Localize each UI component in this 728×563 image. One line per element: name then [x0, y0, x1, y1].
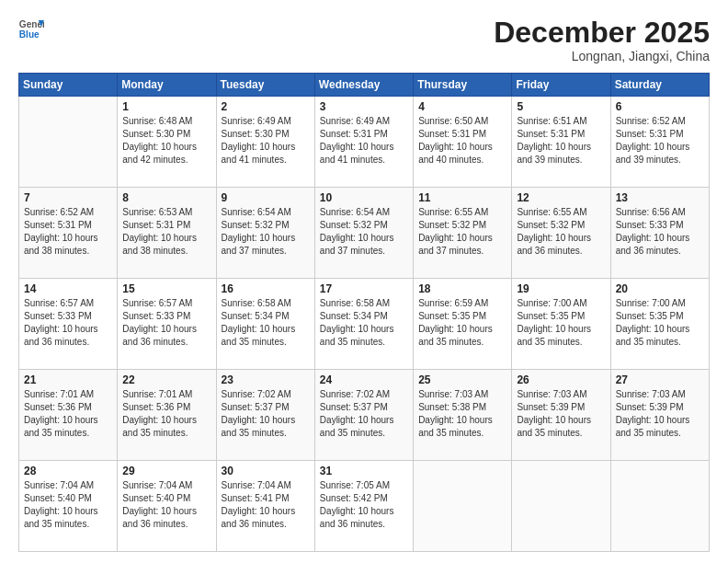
calendar-cell: 2Sunrise: 6:49 AM Sunset: 5:30 PM Daylig… [216, 97, 314, 188]
calendar-cell: 4Sunrise: 6:50 AM Sunset: 5:31 PM Daylig… [414, 97, 512, 188]
day-number: 27 [616, 373, 704, 386]
calendar-cell: 8Sunrise: 6:53 AM Sunset: 5:31 PM Daylig… [118, 188, 216, 279]
svg-text:Blue: Blue [19, 29, 40, 40]
page: General Blue December 2025 Longnan, Jian… [0, 0, 728, 563]
calendar-cell: 18Sunrise: 6:59 AM Sunset: 5:35 PM Dayli… [414, 279, 512, 370]
day-info: Sunrise: 6:49 AM Sunset: 5:30 PM Dayligh… [222, 115, 310, 167]
calendar-cell: 14Sunrise: 6:57 AM Sunset: 5:33 PM Dayli… [19, 279, 118, 370]
day-number: 23 [222, 373, 310, 386]
calendar-cell [512, 461, 610, 552]
day-info: Sunrise: 7:02 AM Sunset: 5:37 PM Dayligh… [222, 388, 310, 440]
weekday-header-sunday: Sunday [19, 74, 118, 97]
calendar-cell: 20Sunrise: 7:00 AM Sunset: 5:35 PM Dayli… [610, 279, 709, 370]
day-number: 8 [122, 191, 210, 204]
day-info: Sunrise: 7:05 AM Sunset: 5:42 PM Dayligh… [320, 479, 408, 531]
day-info: Sunrise: 7:01 AM Sunset: 5:36 PM Dayligh… [24, 388, 112, 440]
day-number: 30 [222, 465, 310, 477]
day-info: Sunrise: 6:49 AM Sunset: 5:31 PM Dayligh… [320, 115, 408, 167]
day-number: 7 [24, 191, 112, 204]
calendar-cell: 12Sunrise: 6:55 AM Sunset: 5:32 PM Dayli… [512, 188, 610, 279]
day-number: 4 [418, 100, 506, 113]
day-info: Sunrise: 7:03 AM Sunset: 5:39 PM Dayligh… [517, 388, 605, 440]
day-info: Sunrise: 6:55 AM Sunset: 5:32 PM Dayligh… [418, 206, 506, 258]
calendar-table: SundayMondayTuesdayWednesdayThursdayFrid… [18, 73, 710, 552]
day-number: 29 [122, 465, 210, 477]
week-row-1: 1Sunrise: 6:48 AM Sunset: 5:30 PM Daylig… [19, 97, 710, 188]
day-number: 20 [616, 282, 704, 295]
calendar-cell: 6Sunrise: 6:52 AM Sunset: 5:31 PM Daylig… [610, 97, 709, 188]
calendar-cell [414, 461, 512, 552]
day-number: 2 [222, 100, 310, 113]
title-block: December 2025 Longnan, Jiangxi, China [494, 17, 710, 63]
weekday-header-wednesday: Wednesday [314, 74, 413, 97]
day-info: Sunrise: 6:56 AM Sunset: 5:33 PM Dayligh… [616, 206, 704, 258]
calendar-cell [19, 97, 118, 188]
day-number: 5 [517, 100, 605, 113]
calendar-cell: 27Sunrise: 7:03 AM Sunset: 5:39 PM Dayli… [610, 370, 709, 461]
calendar-cell [610, 461, 709, 552]
day-info: Sunrise: 6:52 AM Sunset: 5:31 PM Dayligh… [616, 115, 704, 167]
day-number: 3 [320, 100, 408, 113]
calendar-cell: 22Sunrise: 7:01 AM Sunset: 5:36 PM Dayli… [118, 370, 216, 461]
day-number: 15 [122, 282, 210, 295]
weekday-header-monday: Monday [118, 74, 216, 97]
day-info: Sunrise: 6:48 AM Sunset: 5:30 PM Dayligh… [122, 115, 210, 167]
calendar-cell: 24Sunrise: 7:02 AM Sunset: 5:37 PM Dayli… [314, 370, 413, 461]
day-info: Sunrise: 6:57 AM Sunset: 5:33 PM Dayligh… [122, 297, 210, 349]
calendar-cell: 31Sunrise: 7:05 AM Sunset: 5:42 PM Dayli… [314, 461, 413, 552]
day-info: Sunrise: 6:53 AM Sunset: 5:31 PM Dayligh… [122, 206, 210, 258]
day-info: Sunrise: 6:54 AM Sunset: 5:32 PM Dayligh… [222, 206, 310, 258]
calendar-cell: 1Sunrise: 6:48 AM Sunset: 5:30 PM Daylig… [118, 97, 216, 188]
day-info: Sunrise: 6:55 AM Sunset: 5:32 PM Dayligh… [517, 206, 605, 258]
weekday-header-tuesday: Tuesday [216, 74, 314, 97]
day-info: Sunrise: 6:51 AM Sunset: 5:31 PM Dayligh… [517, 115, 605, 167]
day-info: Sunrise: 7:03 AM Sunset: 5:38 PM Dayligh… [418, 388, 506, 440]
calendar-cell: 7Sunrise: 6:52 AM Sunset: 5:31 PM Daylig… [19, 188, 118, 279]
calendar-cell: 25Sunrise: 7:03 AM Sunset: 5:38 PM Dayli… [414, 370, 512, 461]
day-info: Sunrise: 6:59 AM Sunset: 5:35 PM Dayligh… [418, 297, 506, 349]
day-number: 12 [517, 191, 605, 204]
day-info: Sunrise: 6:50 AM Sunset: 5:31 PM Dayligh… [418, 115, 506, 167]
day-number: 18 [418, 282, 506, 295]
day-number: 11 [418, 191, 506, 204]
day-info: Sunrise: 7:01 AM Sunset: 5:36 PM Dayligh… [122, 388, 210, 440]
day-info: Sunrise: 7:02 AM Sunset: 5:37 PM Dayligh… [320, 388, 408, 440]
day-info: Sunrise: 6:57 AM Sunset: 5:33 PM Dayligh… [24, 297, 112, 349]
day-info: Sunrise: 7:04 AM Sunset: 5:41 PM Dayligh… [222, 479, 310, 531]
weekday-header-friday: Friday [512, 74, 610, 97]
day-info: Sunrise: 7:00 AM Sunset: 5:35 PM Dayligh… [517, 297, 605, 349]
calendar-cell: 17Sunrise: 6:58 AM Sunset: 5:34 PM Dayli… [314, 279, 413, 370]
week-row-2: 7Sunrise: 6:52 AM Sunset: 5:31 PM Daylig… [19, 188, 710, 279]
day-info: Sunrise: 6:54 AM Sunset: 5:32 PM Dayligh… [320, 206, 408, 258]
day-info: Sunrise: 6:58 AM Sunset: 5:34 PM Dayligh… [222, 297, 310, 349]
day-number: 10 [320, 191, 408, 204]
weekday-header-thursday: Thursday [414, 74, 512, 97]
day-info: Sunrise: 7:00 AM Sunset: 5:35 PM Dayligh… [616, 297, 704, 349]
day-info: Sunrise: 7:04 AM Sunset: 5:40 PM Dayligh… [24, 479, 112, 531]
calendar-cell: 9Sunrise: 6:54 AM Sunset: 5:32 PM Daylig… [216, 188, 314, 279]
week-row-3: 14Sunrise: 6:57 AM Sunset: 5:33 PM Dayli… [19, 279, 710, 370]
weekday-header-saturday: Saturday [610, 74, 709, 97]
day-number: 22 [122, 373, 210, 386]
day-info: Sunrise: 7:03 AM Sunset: 5:39 PM Dayligh… [616, 388, 704, 440]
day-number: 26 [517, 373, 605, 386]
day-number: 16 [222, 282, 310, 295]
logo-icon: General Blue [18, 17, 44, 42]
day-number: 13 [616, 191, 704, 204]
day-number: 14 [24, 282, 112, 295]
calendar-cell: 21Sunrise: 7:01 AM Sunset: 5:36 PM Dayli… [19, 370, 118, 461]
day-number: 24 [320, 373, 408, 386]
calendar-cell: 5Sunrise: 6:51 AM Sunset: 5:31 PM Daylig… [512, 97, 610, 188]
calendar-cell: 26Sunrise: 7:03 AM Sunset: 5:39 PM Dayli… [512, 370, 610, 461]
day-number: 25 [418, 373, 506, 386]
calendar-cell: 13Sunrise: 6:56 AM Sunset: 5:33 PM Dayli… [610, 188, 709, 279]
day-number: 6 [616, 100, 704, 113]
day-info: Sunrise: 6:58 AM Sunset: 5:34 PM Dayligh… [320, 297, 408, 349]
week-row-5: 28Sunrise: 7:04 AM Sunset: 5:40 PM Dayli… [19, 461, 710, 552]
calendar-cell: 15Sunrise: 6:57 AM Sunset: 5:33 PM Dayli… [118, 279, 216, 370]
day-info: Sunrise: 7:04 AM Sunset: 5:40 PM Dayligh… [122, 479, 210, 531]
calendar-cell: 30Sunrise: 7:04 AM Sunset: 5:41 PM Dayli… [216, 461, 314, 552]
calendar-cell: 29Sunrise: 7:04 AM Sunset: 5:40 PM Dayli… [118, 461, 216, 552]
day-number: 19 [517, 282, 605, 295]
month-title: December 2025 [494, 17, 710, 49]
